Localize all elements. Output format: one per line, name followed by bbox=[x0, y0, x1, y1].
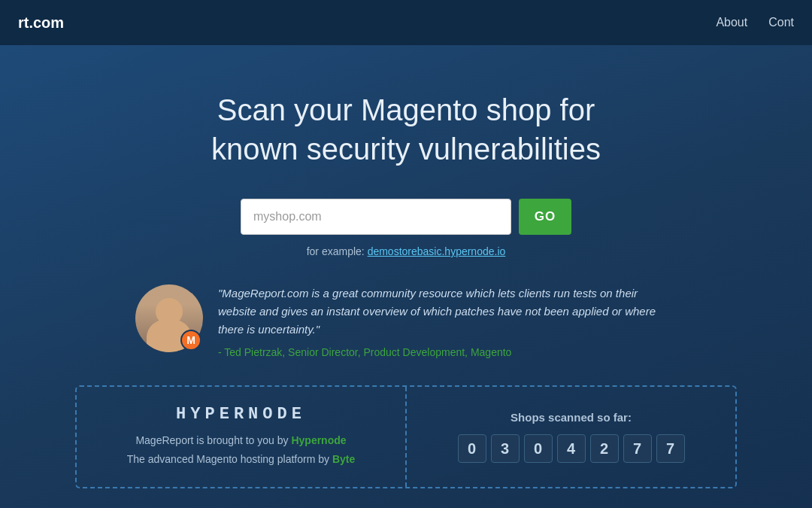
brand-logo: rt.com bbox=[18, 14, 64, 32]
hypernode-banner: HYPERNODE MageReport is brought to you b… bbox=[75, 385, 737, 488]
hypernode-left: HYPERNODE MageReport is brought to you b… bbox=[77, 387, 407, 487]
navbar: rt.com About Cont bbox=[0, 0, 812, 45]
hypernode-link[interactable]: Hypernode bbox=[291, 434, 346, 446]
digit-box: 7 bbox=[656, 434, 685, 463]
search-input[interactable] bbox=[241, 199, 511, 235]
go-button[interactable]: GO bbox=[519, 199, 571, 235]
testimonial-content: "MageReport.com is a great community res… bbox=[218, 284, 677, 358]
magento-badge: M bbox=[180, 330, 201, 351]
testimonial-author: - Ted Pietrzak, Senior Director, Product… bbox=[218, 346, 677, 358]
shops-label: Shops scanned so far: bbox=[431, 411, 711, 424]
hypernode-right: Shops scanned so far: 0304277 bbox=[407, 393, 735, 481]
search-bar: GO bbox=[15, 199, 797, 235]
avatar-wrap: M bbox=[135, 284, 203, 352]
digit-box: 3 bbox=[491, 434, 520, 463]
digit-box: 4 bbox=[557, 434, 586, 463]
example-link[interactable]: demostorebasic.hypernode.io bbox=[368, 245, 506, 257]
hypernode-logo: HYPERNODE bbox=[101, 405, 381, 424]
counter-digits: 0304277 bbox=[431, 434, 711, 463]
hero-section: Scan your Magento shop forknown security… bbox=[0, 45, 812, 508]
testimonial: M "MageReport.com is a great community r… bbox=[135, 284, 677, 358]
testimonial-quote: "MageReport.com is a great community res… bbox=[218, 284, 677, 339]
digit-box: 2 bbox=[590, 434, 619, 463]
nav-links: About Cont bbox=[716, 16, 794, 29]
byte-link[interactable]: Byte bbox=[332, 453, 355, 465]
hero-title: Scan your Magento shop forknown security… bbox=[173, 90, 639, 169]
nav-about[interactable]: About bbox=[716, 16, 747, 29]
digit-box: 0 bbox=[458, 434, 486, 463]
digit-box: 7 bbox=[623, 434, 652, 463]
digit-box: 0 bbox=[524, 434, 553, 463]
nav-contact[interactable]: Cont bbox=[768, 16, 794, 29]
example-text: for example: demostorebasic.hypernode.io bbox=[15, 245, 797, 257]
hypernode-desc: MageReport is brought to you by Hypernod… bbox=[101, 431, 381, 469]
